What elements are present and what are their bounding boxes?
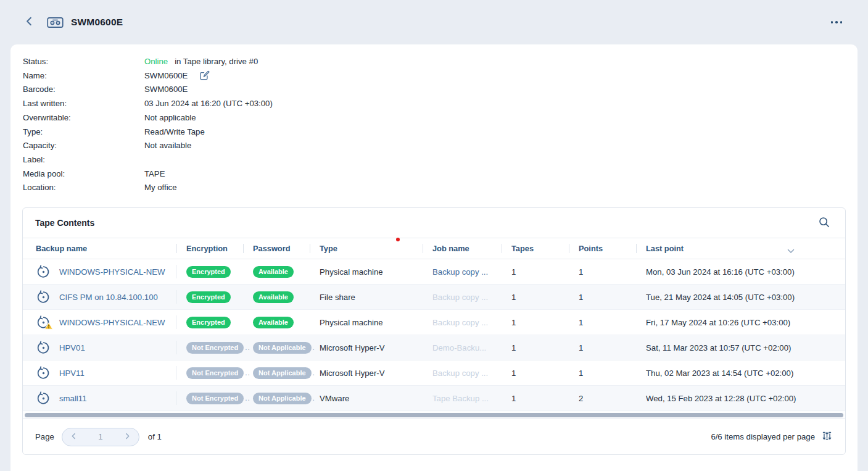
table-row[interactable]: small11 Not Encrypted.. Not Applicable. … [23,386,845,411]
type-cell: Physical machine [310,310,423,335]
detail-row-location: Location: My office [23,181,858,195]
recovery-point-icon [36,365,51,380]
detail-row-type: Type: Read/Write Tape [23,125,858,140]
capacity-value: Not available [144,139,191,153]
table-body: WINDOWS-PHYSICAL-NEW Encrypted Available… [23,259,845,411]
chevron-right-icon [124,432,131,441]
column-header-points[interactable]: Points [569,238,636,259]
prev-page-button[interactable] [69,431,78,443]
job-name-link[interactable]: Backup copy ... [432,293,488,302]
type-cell: VMware [310,386,423,411]
backup-name-link[interactable]: WINDOWS-PHYSICAL-NEW [59,267,165,277]
tapes-cell: 1 [502,335,569,360]
recovery-point-icon [36,290,51,304]
points-cell: 1 [569,310,636,335]
type-cell: File share [310,285,423,309]
edit-pencil-icon [199,70,210,83]
password-badge: Available [253,291,294,303]
table-row[interactable]: CIFS PM on 10.84.100.100 Encrypted Avail… [23,285,845,310]
page: SWM0600E Status: Online in Tape library,… [0,0,868,471]
tapes-cell: 1 [502,285,569,309]
column-header-last-point[interactable]: Last point [636,238,845,259]
encryption-badge: Not Encrypted [186,342,244,354]
type-cell: Physical machine [310,259,423,284]
tapes-cell: 1 [502,310,569,335]
warning-triangle-icon [44,322,53,331]
page-label: Page [35,432,54,441]
table-row[interactable]: HPV01 Not Encrypted.. Not Applicable. Mi… [23,335,845,361]
password-badge: Not Applicable [253,367,312,379]
detail-row-last-written: Last written: 03 Jun 2024 at 16:20 (UTC … [23,97,858,111]
backup-name-link[interactable]: HPV01 [59,343,85,352]
column-header-encryption[interactable]: Encryption [176,238,243,259]
last-point-cell: Tue, 21 May 2024 at 14:05 (UTC +03:00) [636,285,845,309]
overwritable-value: Not applicable [144,111,196,125]
points-cell: 1 [569,361,636,385]
last-point-cell: Thu, 02 Mar 2023 at 14:54 (UTC +02:00) [636,361,845,385]
job-name-link[interactable]: Tape Backup ... [432,394,489,403]
last-point-cell: Sat, 11 Mar 2023 at 10:57 (UTC +02:00) [636,335,845,360]
detail-label: Capacity: [23,139,144,153]
search-icon [818,216,830,230]
backup-name-link[interactable]: WINDOWS-PHYSICAL-NEW [59,318,165,327]
scrollbar-thumb[interactable] [25,413,843,417]
details-section: Status: Online in Tape library, drive #0… [10,44,858,195]
tape-cassette-icon [47,16,64,29]
detail-label: Label: [23,153,144,167]
recovery-point-icon [36,315,51,330]
job-name-link[interactable]: Backup copy ... [432,318,488,327]
job-name-link[interactable]: Backup copy ... [432,267,488,277]
pager-control: 1 [62,428,139,446]
horizontal-scrollbar[interactable] [23,411,845,419]
ellipsis-icon [831,21,833,23]
top-bar: SWM0600E [0,0,868,44]
barcode-value: SWM0600E [144,83,188,97]
encryption-badge: Not Encrypted [186,367,244,379]
ellipsis-menu-button[interactable] [827,17,846,27]
detail-label: Type: [23,125,144,140]
detail-label: Media pool: [23,167,144,181]
main-panel: Status: Online in Tape library, drive #0… [10,44,858,471]
last-written-value: 03 Jun 2024 at 16:20 (UTC +03:00) [144,97,273,111]
job-name-link[interactable]: Demo-Backu... [432,343,486,352]
encryption-badge: Not Encrypted [186,393,244,404]
encryption-badge: Encrypted [186,291,231,303]
tape-contents-card: Tape Contents Backup name Encryption Pas… [22,207,846,455]
display-settings-button[interactable] [821,430,833,444]
column-header-password[interactable]: Password [243,238,310,259]
backup-name-link[interactable]: HPV11 [59,369,85,378]
detail-label: Name: [23,69,144,83]
recovery-point-icon [36,340,51,355]
table-footer: Page 1 of 1 6/6 items [23,419,845,454]
chevron-down-icon[interactable] [787,246,795,256]
edit-name-button[interactable] [199,70,210,83]
detail-row-status: Status: Online in Tape library, drive #0 [23,55,858,69]
backup-name-link[interactable]: small11 [59,394,86,403]
back-button[interactable] [21,14,37,30]
chevron-left-icon [70,432,77,441]
job-name-link[interactable]: Backup copy ... [432,369,488,378]
column-header-tapes[interactable]: Tapes [502,238,569,259]
page-title: SWM0600E [71,17,123,28]
search-button[interactable] [816,214,833,233]
current-page: 1 [98,432,102,441]
detail-label: Location: [23,181,144,195]
detail-row-capacity: Capacity: Not available [23,139,858,153]
tapes-cell: 1 [502,361,569,385]
last-point-cell: Mon, 03 Jun 2024 at 16:16 (UTC +03:00) [636,259,845,284]
backup-name-link[interactable]: CIFS PM on 10.84.100.100 [59,293,158,302]
table-row[interactable]: WINDOWS-PHYSICAL-NEW Encrypted Available… [23,310,845,335]
column-header-backup-name[interactable]: Backup name [23,238,176,259]
card-header: Tape Contents [23,208,845,238]
table-row[interactable]: WINDOWS-PHYSICAL-NEW Encrypted Available… [23,259,845,285]
password-badge: Not Applicable [253,342,312,354]
detail-label: Overwritable: [23,111,144,125]
column-header-job-name[interactable]: Job name [423,238,502,259]
points-cell: 2 [569,386,636,411]
tapes-cell: 1 [502,259,569,284]
last-point-cell: Wed, 15 Feb 2023 at 12:28 (UTC +02:00) [636,386,845,411]
next-page-button[interactable] [123,431,132,443]
column-header-type[interactable]: Type [310,238,423,259]
media-pool-value: TAPE [144,167,165,181]
table-row[interactable]: HPV11 Not Encrypted.. Not Applicable. Mi… [23,361,845,386]
